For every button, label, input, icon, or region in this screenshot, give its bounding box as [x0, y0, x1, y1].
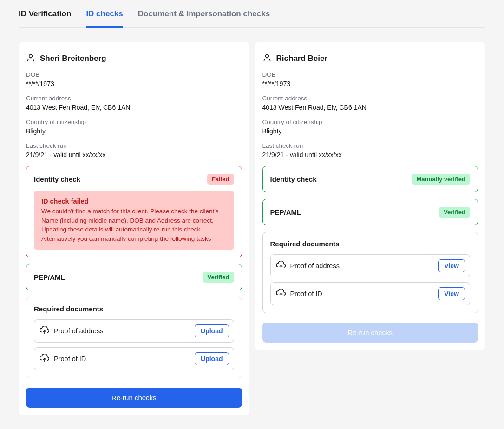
lastcheck-label: Last check run: [262, 142, 478, 149]
person-icon: [262, 53, 272, 64]
upload-icon: [40, 354, 49, 364]
upload-button[interactable]: Upload: [195, 352, 229, 365]
person-card: Richard Beier DOB **/**/1973 Current add…: [255, 42, 486, 350]
error-title: ID check failed: [41, 198, 227, 205]
dob-value: **/**/1973: [26, 80, 242, 87]
person-name: Richard Beier: [276, 54, 328, 63]
address-label: Current address: [26, 95, 242, 102]
identity-check-title: Identity check: [34, 175, 80, 183]
upload-button[interactable]: Upload: [195, 324, 229, 337]
citizenship-value: Blighty: [26, 127, 242, 135]
identity-check-panel: Identity check Failed ID check failed We…: [26, 166, 242, 257]
person-name: Sheri Breitenberg: [40, 54, 106, 63]
tab-document-impersonation[interactable]: Document & Impersonation checks: [138, 9, 270, 27]
person-card: Sheri Breitenberg DOB **/**/1973 Current…: [19, 42, 249, 415]
status-badge: Verified: [439, 207, 470, 218]
status-badge: Failed: [207, 174, 234, 185]
address-label: Current address: [262, 95, 478, 102]
person-icon: [26, 53, 35, 64]
required-docs-title: Required documents: [34, 305, 234, 313]
rerun-checks-button[interactable]: Re-run checks: [26, 388, 242, 408]
doc-row: Proof of address View: [270, 254, 471, 277]
tab-id-checks[interactable]: ID checks: [86, 9, 123, 27]
lastcheck-value: 21/9/21 - valid until xx/xx/xx: [26, 151, 242, 158]
doc-label: Proof of ID: [290, 290, 439, 297]
error-box: ID check failed We couldn't find a match…: [34, 191, 234, 250]
citizenship-value: Blighty: [262, 127, 478, 135]
upload-icon: [276, 261, 286, 271]
lastcheck-value: 21/9/21 - valid until xx/xx/xx: [262, 151, 478, 158]
pep-aml-panel: PEP/AML Verified: [262, 199, 478, 225]
doc-label: Proof of address: [54, 327, 195, 335]
tab-id-verification[interactable]: ID Verification: [19, 9, 71, 27]
dob-label: DOB: [262, 71, 478, 78]
required-docs-panel: Required documents Proof of address View…: [262, 232, 478, 313]
address-value: 4013 West Fen Road, Ely, CB6 1AN: [26, 104, 242, 111]
required-docs-panel: Required documents Proof of address Uplo…: [26, 297, 242, 378]
dob-value: **/**/1973: [262, 80, 478, 87]
tabs: ID Verification ID checks Document & Imp…: [19, 0, 485, 28]
required-docs-title: Required documents: [270, 240, 471, 248]
citizenship-label: Country of citizenship: [26, 119, 242, 125]
pep-aml-panel: PEP/AML Verified: [26, 264, 242, 290]
doc-label: Proof of ID: [54, 355, 195, 363]
doc-row: Proof of ID Upload: [34, 347, 234, 370]
lastcheck-label: Last check run: [26, 142, 242, 149]
doc-label: Proof of address: [290, 262, 439, 270]
rerun-checks-button: Re-run checks: [262, 323, 478, 343]
dob-label: DOB: [26, 71, 242, 78]
error-body: We couldn't find a match for this client…: [41, 207, 227, 243]
doc-row: Proof of address Upload: [34, 319, 234, 343]
svg-point-0: [29, 54, 33, 58]
view-button[interactable]: View: [438, 259, 465, 272]
status-badge: Verified: [203, 272, 234, 283]
identity-check-title: Identity check: [270, 175, 317, 183]
svg-point-1: [265, 54, 268, 58]
pep-aml-title: PEP/AML: [34, 273, 65, 281]
doc-row: Proof of ID View: [270, 282, 471, 305]
status-badge: Manually verified: [412, 174, 470, 185]
pep-aml-title: PEP/AML: [270, 208, 301, 216]
upload-icon: [276, 289, 286, 299]
upload-icon: [40, 326, 49, 337]
citizenship-label: Country of citizenship: [262, 119, 478, 125]
identity-check-panel: Identity check Manually verified: [262, 166, 478, 192]
address-value: 4013 West Fen Road, Ely, CB6 1AN: [262, 104, 478, 111]
view-button[interactable]: View: [438, 287, 465, 300]
